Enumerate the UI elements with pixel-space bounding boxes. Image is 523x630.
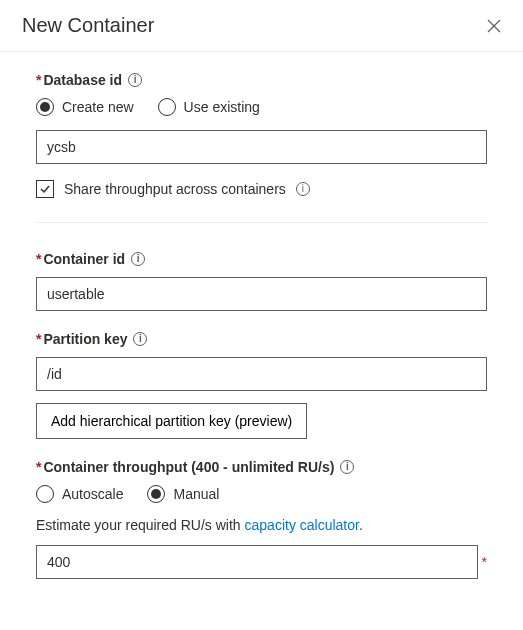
partition-key-input[interactable]: [36, 357, 487, 391]
info-icon[interactable]: i: [340, 460, 354, 474]
create-new-radio[interactable]: Create new: [36, 98, 134, 116]
section-divider: [36, 222, 487, 223]
panel-title: New Container: [22, 14, 154, 37]
throughput-label: *Container throughput (400 - unlimited R…: [36, 459, 487, 475]
panel-body: *Database id i Create new Use existing S…: [0, 52, 523, 619]
estimate-text: Estimate your required RU/s with capacit…: [36, 517, 487, 533]
info-icon[interactable]: i: [296, 182, 310, 196]
throughput-radio-row: Autoscale Manual: [36, 485, 487, 503]
database-id-radio-row: Create new Use existing: [36, 98, 487, 116]
radio-checked-icon: [36, 98, 54, 116]
container-id-group: *Container id i: [36, 251, 487, 311]
database-id-input[interactable]: [36, 130, 487, 164]
radio-unchecked-icon: [158, 98, 176, 116]
info-icon[interactable]: i: [133, 332, 147, 346]
required-marker: *: [482, 554, 487, 570]
autoscale-radio[interactable]: Autoscale: [36, 485, 123, 503]
radio-unchecked-icon: [36, 485, 54, 503]
panel-header: New Container: [0, 0, 523, 52]
close-icon: [487, 19, 501, 33]
database-id-label: *Database id i: [36, 72, 487, 88]
partition-key-group: *Partition key i Add hierarchical partit…: [36, 331, 487, 439]
checkbox-checked-icon: [36, 180, 54, 198]
info-icon[interactable]: i: [131, 252, 145, 266]
info-icon[interactable]: i: [128, 73, 142, 87]
partition-key-label: *Partition key i: [36, 331, 487, 347]
capacity-calculator-link[interactable]: capacity calculator: [245, 517, 359, 533]
radio-checked-icon: [147, 485, 165, 503]
manual-radio[interactable]: Manual: [147, 485, 219, 503]
use-existing-radio[interactable]: Use existing: [158, 98, 260, 116]
share-throughput-checkbox[interactable]: Share throughput across containers i: [36, 180, 487, 198]
container-id-label: *Container id i: [36, 251, 487, 267]
throughput-input[interactable]: [36, 545, 478, 579]
close-button[interactable]: [483, 15, 505, 37]
add-hierarchical-partition-key-button[interactable]: Add hierarchical partition key (preview): [36, 403, 307, 439]
database-id-group: *Database id i Create new Use existing S…: [36, 72, 487, 198]
container-id-input[interactable]: [36, 277, 487, 311]
throughput-group: *Container throughput (400 - unlimited R…: [36, 459, 487, 579]
